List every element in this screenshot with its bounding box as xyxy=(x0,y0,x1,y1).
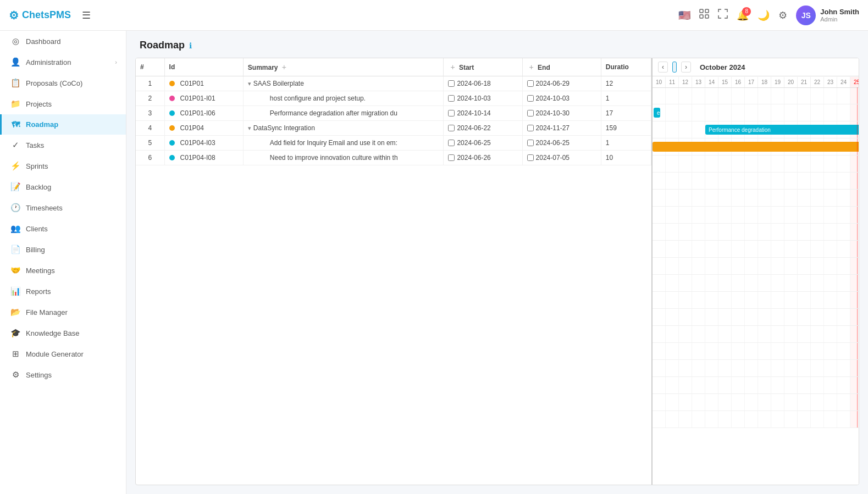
settings-button[interactable]: ⚙ xyxy=(778,9,787,21)
grid-button[interactable] xyxy=(699,9,709,21)
gantt-current-button[interactable] xyxy=(672,62,677,73)
dark-mode-button[interactable]: 🌙 xyxy=(758,9,770,21)
sidebar-item-module-generator[interactable]: ⊞Module Generator xyxy=(0,343,126,364)
gantt-cell xyxy=(771,343,784,359)
end-date: 2024-10-03 xyxy=(536,95,570,102)
expand-button[interactable] xyxy=(718,9,728,21)
end-checkbox[interactable] xyxy=(527,154,534,161)
svg-rect-1 xyxy=(705,9,709,13)
sidebar-item-dashboard[interactable]: ◎Dashboard xyxy=(0,31,126,52)
add-column-button[interactable]: + xyxy=(280,63,289,71)
gantt-bar[interactable]: e and project setup. xyxy=(654,108,660,118)
sidebar-item-administration[interactable]: 👤Administration› xyxy=(0,52,126,73)
sidebar-item-clients[interactable]: 👥Clients xyxy=(0,218,126,239)
row-start: 2024-10-03 xyxy=(444,91,522,106)
start-checkbox[interactable] xyxy=(448,140,455,146)
gantt-cell xyxy=(771,394,784,410)
gantt-cell xyxy=(824,207,837,223)
sidebar-item-reports[interactable]: 📊Reports xyxy=(0,281,126,302)
end-checkbox[interactable] xyxy=(527,140,534,146)
header-right: 🇺🇸 🔔 8 🌙 ⚙ JS John S xyxy=(678,5,859,25)
sidebar-item-knowledge-base[interactable]: 🎓Knowledge Base xyxy=(0,323,126,343)
end-checkbox[interactable] xyxy=(527,80,534,87)
row-duration: 17 xyxy=(601,106,651,121)
row-start: 2024-06-18 xyxy=(444,76,522,91)
hamburger-button[interactable]: ☰ xyxy=(80,7,93,24)
user-text: John Smith Admin xyxy=(820,8,859,23)
gantt-cell xyxy=(850,275,859,291)
gantt-cell xyxy=(798,343,811,359)
start-date: 2024-06-25 xyxy=(457,139,490,147)
top-header: ⚙ ChetsPMS ☰ 🇺🇸 🔔 8 🌙 xyxy=(0,0,868,31)
svg-rect-0 xyxy=(700,9,703,13)
roadmap-container: # Id Summary + + Start + xyxy=(135,58,859,485)
sidebar-icon-3: 📁 xyxy=(10,99,20,109)
gantt-cell xyxy=(837,104,850,121)
start-checkbox[interactable] xyxy=(448,80,455,87)
gantt-cell xyxy=(692,121,705,138)
info-icon[interactable]: ℹ xyxy=(189,41,192,50)
gantt-cell xyxy=(653,292,666,308)
end-date: 2024-11-27 xyxy=(536,124,570,132)
gantt-prev-button[interactable]: ‹ xyxy=(658,62,668,73)
gantt-cell xyxy=(837,377,850,393)
gantt-cell xyxy=(837,224,850,240)
gantt-bar[interactable] xyxy=(653,142,859,152)
gantt-day-header: 20 xyxy=(784,77,798,87)
gantt-cell xyxy=(784,190,798,206)
gantt-next-button[interactable]: › xyxy=(681,62,691,73)
start-checkbox[interactable] xyxy=(448,110,455,116)
sidebar-icon-7: 📝 xyxy=(10,182,20,192)
gantt-cell xyxy=(718,156,732,172)
end-checkbox[interactable] xyxy=(527,125,534,131)
gantt-cell xyxy=(666,190,679,206)
gantt-cell xyxy=(811,326,824,342)
sidebar-item-roadmap[interactable]: 🗺Roadmap xyxy=(0,114,126,135)
start-checkbox[interactable] xyxy=(448,154,455,161)
user-profile[interactable]: JS John Smith Admin xyxy=(796,5,859,25)
sidebar-item-tasks[interactable]: ✓Tasks xyxy=(0,135,126,156)
sidebar-item-timesheets[interactable]: 🕐Timesheets xyxy=(0,197,126,218)
gantt-cell xyxy=(850,190,859,206)
end-checkbox[interactable] xyxy=(527,110,534,116)
gantt-bar[interactable]: Performance degradation xyxy=(705,125,859,135)
add-start-button[interactable]: + xyxy=(448,63,457,71)
sidebar-icon-2: 📋 xyxy=(10,78,20,88)
sidebar-item-proposals-coco[interactable]: 📋Proposals (CoCo) xyxy=(0,73,126,93)
sidebar: ◎Dashboard👤Administration›📋Proposals (Co… xyxy=(0,31,126,494)
sidebar-item-billing[interactable]: 📄Billing xyxy=(0,239,126,260)
expand-button[interactable]: ▾ xyxy=(248,80,251,87)
expand-button[interactable]: ▾ xyxy=(248,125,251,132)
gantt-cell xyxy=(692,360,705,376)
gantt-cell xyxy=(692,104,705,121)
sidebar-item-file-manager[interactable]: 📂File Manager xyxy=(0,302,126,323)
notification-button[interactable]: 🔔 8 xyxy=(737,9,749,21)
sidebar-item-projects[interactable]: 📁Projects xyxy=(0,93,126,114)
add-end-button[interactable]: + xyxy=(527,63,536,71)
flag-button[interactable]: 🇺🇸 xyxy=(678,9,690,21)
sidebar-item-settings[interactable]: ⚙Settings xyxy=(0,364,126,385)
end-checkbox[interactable] xyxy=(527,95,534,102)
gantt-cell xyxy=(705,87,718,104)
start-checkbox[interactable] xyxy=(448,125,455,131)
gantt-cell xyxy=(837,258,850,274)
status-dot xyxy=(169,125,175,131)
start-checkbox[interactable] xyxy=(448,95,455,102)
gantt-cell xyxy=(718,360,732,376)
sidebar-item-sprints[interactable]: ⚡Sprints xyxy=(0,156,126,176)
gantt-cell xyxy=(811,377,824,393)
gantt-cell xyxy=(705,207,718,223)
gantt-cell xyxy=(705,275,718,291)
gantt-cell xyxy=(666,411,679,428)
sidebar-icon-12: 📊 xyxy=(10,286,20,296)
gantt-cell xyxy=(798,258,811,274)
row-number: 2 xyxy=(136,91,164,106)
gantt-cell xyxy=(732,104,745,121)
end-date: 2024-07-05 xyxy=(536,154,570,162)
gantt-cell xyxy=(798,156,811,172)
sidebar-item-meetings[interactable]: 🤝Meetings xyxy=(0,260,126,281)
gantt-cell xyxy=(824,360,837,376)
gantt-cell xyxy=(837,241,850,257)
gantt-day-header: 13 xyxy=(692,77,705,87)
sidebar-item-backlog[interactable]: 📝Backlog xyxy=(0,176,126,197)
